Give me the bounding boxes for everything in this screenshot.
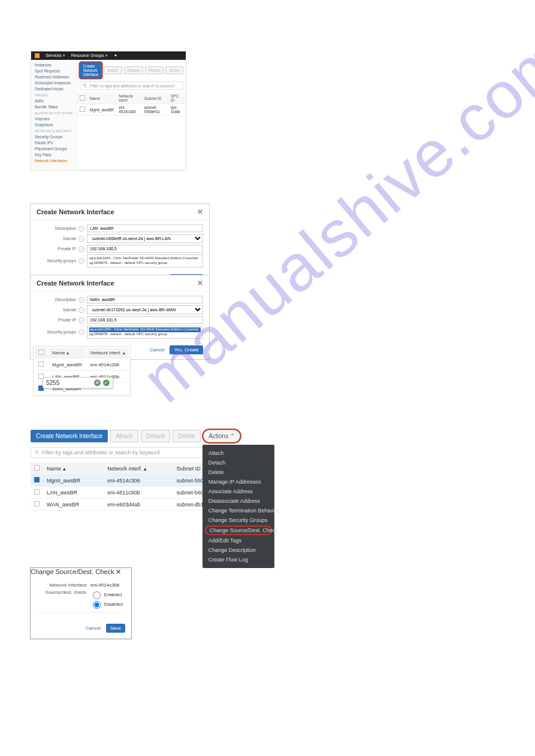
divider bbox=[39, 612, 123, 613]
inline-edit-box[interactable]: 5255 ✕ ✓ bbox=[43, 377, 113, 388]
info-icon[interactable]: i bbox=[78, 226, 84, 232]
cancel-link[interactable]: Cancel bbox=[150, 347, 165, 353]
pip-input[interactable] bbox=[87, 245, 203, 253]
sidebar-bundle-tasks[interactable]: Bundle Tasks bbox=[31, 104, 77, 110]
info-icon[interactable]: i bbox=[78, 258, 84, 264]
menu-add-edit-tags[interactable]: Add/Edit Tags bbox=[202, 536, 274, 545]
row-checkbox[interactable] bbox=[34, 489, 40, 494]
menu-change-termination[interactable]: Change Termination Behavior bbox=[202, 506, 274, 515]
header-checkbox[interactable] bbox=[38, 350, 44, 355]
topbar-pin-icon[interactable]: ✦ bbox=[114, 53, 117, 58]
sidebar-sec-ebs: ELASTIC BLOCK STORE bbox=[31, 110, 77, 116]
sg-option[interactable]: sg-0f0f6f78 - default - default VPC secu… bbox=[89, 332, 201, 337]
info-icon[interactable]: i bbox=[78, 236, 84, 242]
col-name[interactable]: Name ▴ bbox=[49, 348, 86, 359]
col-ni[interactable]: Network interf. ▴ bbox=[104, 463, 173, 475]
menu-change-source-dest[interactable]: Change Source/Dest. Check bbox=[205, 526, 272, 535]
info-icon[interactable]: i bbox=[78, 246, 84, 252]
close-icon[interactable]: ✕ bbox=[197, 208, 203, 216]
sidebar-security-groups[interactable]: Security Groups bbox=[31, 133, 77, 139]
col-name[interactable]: Name bbox=[87, 93, 116, 104]
save-button[interactable]: Save bbox=[106, 624, 125, 633]
attach-button[interactable]: Attach bbox=[110, 430, 138, 442]
svg-point-0 bbox=[83, 84, 86, 86]
sidebar-volumes[interactable]: Volumes bbox=[31, 116, 77, 122]
detach-button[interactable]: Detach bbox=[141, 430, 171, 442]
delete-button[interactable]: Delete bbox=[145, 66, 164, 74]
info-icon[interactable]: i bbox=[78, 317, 84, 323]
subnet-select[interactable]: subnet-b608efff us-west-2a | aws-BR-LAN bbox=[87, 234, 203, 243]
desc-input[interactable] bbox=[87, 224, 203, 232]
svg-point-2 bbox=[35, 451, 38, 453]
sidebar-spot-requests[interactable]: Spot Requests bbox=[31, 68, 77, 74]
sidebar-amis[interactable]: AMIs bbox=[31, 98, 77, 104]
close-icon[interactable]: ✕ bbox=[116, 568, 121, 575]
table-row[interactable]: Mgmt_awsBReni-4514c306 bbox=[35, 360, 129, 371]
info-icon[interactable]: i bbox=[78, 307, 84, 313]
cancel-edit-icon[interactable]: ✕ bbox=[94, 379, 101, 386]
sidebar-network-interfaces[interactable]: Network Interfaces bbox=[31, 157, 77, 163]
topbar-services[interactable]: Services bbox=[46, 53, 65, 58]
col-subnet[interactable]: Subnet ID bbox=[142, 93, 168, 104]
subnet-select[interactable]: subnet-db171092 us-west-2a | aws-BR-WAN bbox=[87, 305, 203, 314]
row-checkbox[interactable] bbox=[80, 107, 85, 112]
header-checkbox[interactable] bbox=[34, 465, 40, 470]
row-name: WAN_awsBR bbox=[43, 499, 104, 511]
search-input[interactable]: Filter by tags and attributes or search … bbox=[80, 81, 183, 90]
attach-button[interactable]: Attach bbox=[104, 66, 122, 74]
desc-label: Description bbox=[37, 297, 78, 302]
menu-attach[interactable]: Attach bbox=[202, 448, 274, 458]
table-row[interactable]: Mgmt_awsBR eni-4514c306 subnet-5508ef1c … bbox=[77, 104, 186, 116]
row-checkbox[interactable] bbox=[38, 362, 44, 367]
sg-listbox[interactable]: sg-e1eb1299 - Citrix NetScaler SD-WAN St… bbox=[87, 326, 203, 339]
create-network-interface-button[interactable]: Create Network Interface bbox=[80, 62, 102, 78]
actions-dropdown-button[interactable]: Actions ⌃ Attach Detach Delete Manage IP… bbox=[203, 430, 240, 442]
detach-button[interactable]: Detach bbox=[124, 66, 144, 74]
desc-input[interactable] bbox=[87, 296, 203, 303]
info-icon[interactable]: i bbox=[78, 297, 84, 303]
col-name[interactable]: Name ▴ bbox=[43, 463, 104, 475]
sidebar-reserved[interactable]: Reserved Instances bbox=[31, 74, 77, 80]
sidebar-placement-groups[interactable]: Placement Groups bbox=[31, 145, 77, 151]
close-icon[interactable]: ✕ bbox=[197, 279, 203, 287]
sidebar-scheduled[interactable]: Scheduled Instances bbox=[31, 80, 77, 86]
delete-button[interactable]: Delete bbox=[173, 430, 201, 442]
sg-option[interactable]: sg-e1eb1299 - Citrix NetScaler SD-WAN St… bbox=[89, 327, 201, 332]
cancel-link[interactable]: Cancel bbox=[86, 626, 101, 631]
col-ni[interactable]: Network interf. ▴ bbox=[87, 348, 129, 359]
row-checkbox[interactable] bbox=[34, 501, 40, 506]
menu-detach[interactable]: Detach bbox=[202, 458, 274, 467]
topbar-resource-groups[interactable]: Resource Groups bbox=[71, 53, 108, 58]
sg-label: Security groups bbox=[37, 259, 78, 263]
sidebar-snapshots[interactable]: Snapshots bbox=[31, 122, 77, 127]
confirm-edit-icon[interactable]: ✓ bbox=[103, 379, 110, 386]
sg-option[interactable]: sg-0f0f6f78 - default - default VPC secu… bbox=[89, 261, 201, 266]
aws-console-panel: Services Resource Groups ✦ Instances Spo… bbox=[31, 51, 186, 171]
actions-button[interactable]: Action bbox=[165, 66, 183, 74]
sidebar-instances[interactable]: Instances bbox=[31, 62, 77, 68]
sidebar-key-pairs[interactable]: Key Pairs bbox=[31, 151, 77, 157]
menu-disassociate[interactable]: Disassociate Address bbox=[202, 496, 274, 506]
enabled-radio[interactable]: Enabled bbox=[90, 590, 123, 599]
col-vpc[interactable]: VPC ID bbox=[168, 93, 186, 104]
menu-change-sg[interactable]: Change Security Groups bbox=[202, 515, 274, 525]
sidebar-elastic-ips[interactable]: Elastic IPs bbox=[31, 139, 77, 145]
menu-associate[interactable]: Associate Address bbox=[202, 487, 274, 496]
create-network-interface-button[interactable]: Create Network Interface bbox=[31, 430, 108, 442]
sg-listbox[interactable]: sg-e1eb1299 - Citrix NetScaler SD-WAN St… bbox=[87, 254, 203, 268]
row-name: Mgmt_awsBR bbox=[49, 360, 86, 371]
row-ni: eni-4811c80b bbox=[104, 487, 173, 499]
sg-option[interactable]: sg-e1eb1299 - Citrix NetScaler SD-WAN St… bbox=[89, 256, 201, 261]
menu-delete[interactable]: Delete bbox=[202, 467, 274, 477]
info-icon[interactable]: i bbox=[78, 329, 84, 335]
sidebar-dedicated[interactable]: Dedicated Hosts bbox=[31, 86, 77, 92]
col-ni[interactable]: Network interf. bbox=[116, 93, 141, 104]
yes-create-button[interactable]: Yes, Create bbox=[170, 345, 203, 354]
menu-change-description[interactable]: Change Description bbox=[202, 545, 274, 555]
menu-create-flow-log[interactable]: Create Flow Log bbox=[202, 555, 274, 564]
pip-input[interactable] bbox=[87, 316, 203, 324]
disabled-radio[interactable]: Disabled bbox=[90, 599, 123, 609]
menu-manage-ip[interactable]: Manage IP Addresses bbox=[202, 477, 274, 487]
row-checkbox[interactable] bbox=[34, 477, 40, 482]
header-checkbox[interactable] bbox=[80, 95, 85, 101]
